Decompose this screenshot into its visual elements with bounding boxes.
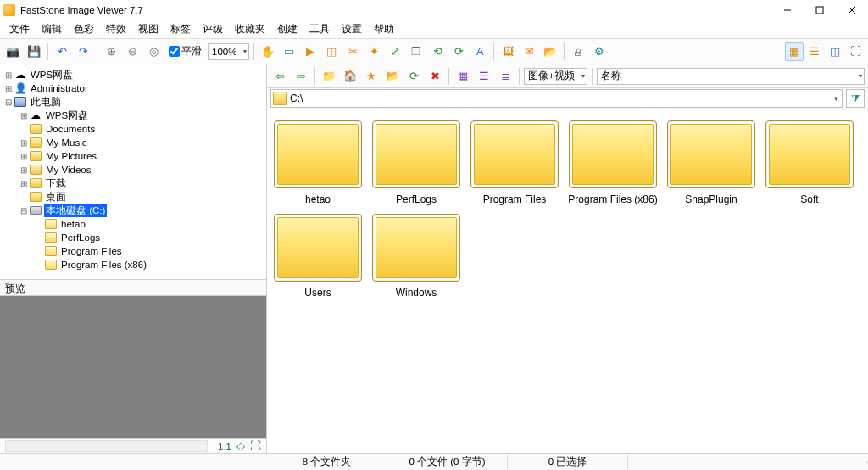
zoom-fit-button[interactable]: ◎ bbox=[144, 42, 163, 61]
folder-item[interactable]: hetao bbox=[272, 120, 364, 205]
tree-item[interactable]: hetao bbox=[0, 217, 266, 231]
address-bar[interactable] bbox=[270, 89, 843, 108]
thumbnail-area[interactable]: hetaoPerfLogsProgram FilesProgram Files … bbox=[267, 110, 868, 453]
close-button[interactable] bbox=[836, 0, 868, 20]
tree-item[interactable]: ⊞☁WPS网盘 bbox=[0, 109, 266, 122]
tree-item[interactable]: ⊞☁WPS网盘 bbox=[0, 68, 266, 81]
view-details-button[interactable]: ☰ bbox=[805, 42, 824, 61]
delete-button[interactable]: ✖ bbox=[426, 67, 444, 86]
folder-item[interactable]: Users bbox=[272, 214, 364, 299]
new-folder-button[interactable]: 📂 bbox=[383, 67, 402, 86]
zoom-in-button[interactable]: ⊕ bbox=[102, 42, 120, 61]
tree-expander-icon[interactable]: ⊞ bbox=[19, 165, 29, 175]
menu-tags[interactable]: 标签 bbox=[164, 21, 197, 37]
tree-item[interactable]: Program Files bbox=[0, 244, 266, 258]
slideshow-button[interactable]: ▶ bbox=[301, 42, 320, 61]
resize-button[interactable]: ⤢ bbox=[386, 42, 404, 61]
menu-settings[interactable]: 设置 bbox=[336, 21, 368, 37]
email-button[interactable]: ✉ bbox=[520, 42, 538, 61]
tree-item[interactable]: ⊟本地磁盘 (C:) bbox=[0, 204, 266, 217]
zoom-select[interactable]: 100% bbox=[208, 43, 249, 60]
rotate-left-button[interactable]: ⟲ bbox=[428, 42, 447, 61]
menu-help[interactable]: 帮助 bbox=[368, 21, 400, 37]
tree-expander-icon[interactable]: ⊟ bbox=[3, 98, 14, 107]
wallpaper-button[interactable]: 🖼 bbox=[498, 42, 517, 61]
folder-item[interactable]: Windows bbox=[370, 214, 462, 299]
tree-item[interactable]: Documents bbox=[0, 122, 266, 136]
select-button[interactable]: ▭ bbox=[280, 42, 298, 61]
nav-forward-button[interactable]: ⇨ bbox=[292, 67, 310, 86]
undo-button[interactable]: ↶ bbox=[53, 42, 71, 61]
tree-expander-icon[interactable]: ⊞ bbox=[19, 152, 29, 161]
smooth-checkbox[interactable]: 平滑 bbox=[169, 45, 202, 58]
tree-item[interactable]: ⊞My Videos bbox=[0, 163, 266, 176]
nav-back-button[interactable]: ⇦ bbox=[270, 67, 289, 86]
menu-edit[interactable]: 编辑 bbox=[36, 21, 68, 37]
tree-expander-icon[interactable]: ⊞ bbox=[3, 70, 14, 80]
view-detail-button[interactable]: ≣ bbox=[496, 67, 515, 86]
tree-item[interactable]: ⊞My Pictures bbox=[0, 149, 266, 163]
view-fullscreen-button[interactable]: ⛶ bbox=[846, 42, 865, 61]
save-button[interactable]: 💾 bbox=[25, 42, 43, 61]
view-thumbnails-button[interactable]: ▦ bbox=[785, 42, 804, 61]
filter-button[interactable]: ⧩ bbox=[846, 89, 865, 108]
filter-select[interactable]: 图像+视频 bbox=[524, 68, 587, 85]
preview-lock-icon[interactable]: ◇ bbox=[236, 439, 245, 452]
smooth-checkbox-input[interactable] bbox=[169, 46, 180, 57]
acquire-button[interactable]: 📷 bbox=[3, 42, 22, 61]
minimize-button[interactable] bbox=[771, 0, 804, 20]
view-large-button[interactable]: ▦ bbox=[453, 67, 472, 86]
menu-rating[interactable]: 评级 bbox=[197, 21, 229, 37]
tree-item[interactable]: ⊞👤Administrator bbox=[0, 81, 266, 95]
menu-view[interactable]: 视图 bbox=[132, 21, 164, 37]
tree-expander-icon[interactable]: ⊞ bbox=[3, 84, 14, 93]
home-button[interactable]: 🏠 bbox=[341, 67, 359, 86]
tree-expander-icon[interactable]: ⊞ bbox=[19, 179, 29, 188]
sort-select[interactable]: 名称 bbox=[597, 68, 865, 85]
compare-button[interactable]: ◫ bbox=[322, 42, 341, 61]
folder-label: Soft bbox=[800, 193, 818, 205]
menu-tools[interactable]: 工具 bbox=[303, 21, 336, 37]
tree-item[interactable]: PerfLogs bbox=[0, 231, 266, 244]
address-input[interactable] bbox=[290, 92, 840, 104]
tree-item[interactable]: Program Files (x86) bbox=[0, 258, 266, 271]
folder-open-icon bbox=[44, 231, 58, 244]
view-list-button[interactable]: ☰ bbox=[475, 67, 493, 86]
tree-expander-icon[interactable]: ⊞ bbox=[19, 111, 29, 120]
folder-tree[interactable]: ⊞☁WPS网盘⊞👤Administrator⊟此电脑⊞☁WPS网盘 Docume… bbox=[0, 64, 266, 279]
rotate-right-button[interactable]: ⟳ bbox=[449, 42, 468, 61]
menu-color[interactable]: 色彩 bbox=[68, 21, 100, 37]
folder-item[interactable]: SnapPlugin bbox=[665, 120, 757, 205]
folder-item[interactable]: Program Files (x86) bbox=[567, 120, 659, 205]
menu-create[interactable]: 创建 bbox=[271, 21, 303, 37]
tree-expander-icon[interactable]: ⊟ bbox=[19, 206, 29, 215]
menu-file[interactable]: 文件 bbox=[3, 21, 36, 37]
zoom-out-button[interactable]: ⊖ bbox=[123, 42, 142, 61]
tree-item[interactable]: 桌面 bbox=[0, 190, 266, 204]
menu-effects[interactable]: 特效 bbox=[100, 21, 132, 37]
tree-item[interactable]: ⊞My Music bbox=[0, 136, 266, 149]
menu-favorites[interactable]: 收藏夹 bbox=[229, 21, 271, 37]
text-button[interactable]: A bbox=[470, 42, 489, 61]
preview-scrollbar[interactable] bbox=[5, 440, 208, 452]
print-button[interactable]: 🖨 bbox=[569, 42, 587, 61]
settings-button[interactable]: ⚙ bbox=[590, 42, 609, 61]
folder-item[interactable]: PerfLogs bbox=[370, 120, 462, 205]
preview-fullscreen-icon[interactable]: ⛶ bbox=[250, 439, 261, 452]
tree-item[interactable]: ⊟此电脑 bbox=[0, 95, 266, 109]
folder-item[interactable]: Soft bbox=[764, 120, 855, 205]
clone-button[interactable]: ❐ bbox=[407, 42, 426, 61]
refresh-button[interactable]: ⟳ bbox=[404, 67, 423, 86]
tree-expander-icon[interactable]: ⊞ bbox=[19, 138, 29, 148]
view-filmstrip-button[interactable]: ◫ bbox=[826, 42, 844, 61]
favorite-button[interactable]: ★ bbox=[362, 67, 381, 86]
redo-button[interactable]: ↷ bbox=[74, 42, 92, 61]
adjust-button[interactable]: ✦ bbox=[364, 42, 383, 61]
crop-button[interactable]: ✂ bbox=[343, 42, 362, 61]
open-folder-button[interactable]: 📂 bbox=[541, 42, 559, 61]
nav-up-button[interactable]: 📁 bbox=[320, 67, 338, 86]
hand-button[interactable]: ✋ bbox=[259, 42, 277, 61]
tree-item[interactable]: ⊞下载 bbox=[0, 176, 266, 190]
maximize-button[interactable] bbox=[804, 0, 836, 20]
folder-item[interactable]: Program Files bbox=[469, 120, 560, 205]
